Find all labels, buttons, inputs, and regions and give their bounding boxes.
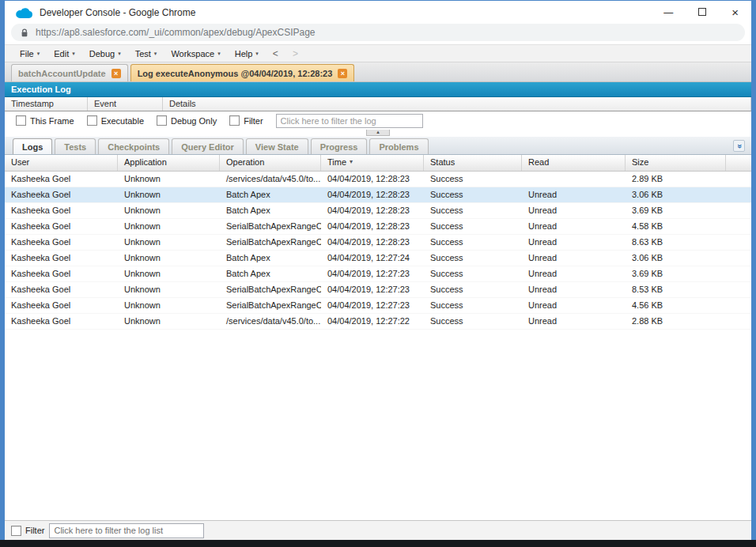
column-header-operation[interactable]: Operation <box>220 155 321 171</box>
menu-test[interactable]: Test▾ <box>128 47 164 61</box>
bottom-filter-checkbox[interactable]: Filter <box>11 526 44 536</box>
menu-bar: File▾Edit▾Debug▾Test▾Workspace▾Help▾ < > <box>5 45 751 62</box>
log-cell-application: Unknown <box>118 203 220 218</box>
log-cell-application: Unknown <box>118 251 220 266</box>
nav-forward-button[interactable]: > <box>285 48 305 59</box>
log-list-filter-input[interactable] <box>49 523 204 538</box>
log-row[interactable]: Kasheeka GoelUnknownBatch Apex04/04/2019… <box>5 187 751 203</box>
log-row[interactable]: Kasheeka GoelUnknownBatch Apex04/04/2019… <box>5 251 751 266</box>
window-title: Developer Console - Google Chrome <box>40 7 663 18</box>
log-cell-size: 8.63 KB <box>626 235 726 250</box>
workspace-tab-label: batchAccountUpdate <box>18 69 106 78</box>
tab-logs[interactable]: Logs <box>13 138 52 154</box>
menu-workspace[interactable]: Workspace▾ <box>164 47 227 61</box>
tab-problems[interactable]: Problems <box>369 138 428 154</box>
log-cell-time: 04/04/2019, 12:27:23 <box>321 282 424 297</box>
log-row[interactable]: Kasheeka GoelUnknownSerialBatchApexRange… <box>5 235 751 251</box>
log-cell-read: Unread <box>522 251 626 266</box>
close-tab-icon[interactable]: × <box>112 69 121 78</box>
column-header-details[interactable]: Details <box>163 97 751 111</box>
tab-checkpoints[interactable]: Checkpoints <box>98 138 169 154</box>
column-header-status[interactable]: Status <box>424 155 522 171</box>
panel-collapse-handle[interactable]: ▴ <box>366 130 390 136</box>
column-header-application[interactable]: Application <box>118 155 220 171</box>
filter-checkbox-this-frame[interactable]: This Frame <box>16 115 74 126</box>
log-cell-size: 3.06 KB <box>626 187 726 202</box>
close-button[interactable]: × <box>731 6 739 18</box>
chevron-up-icon: ▴ <box>376 129 380 134</box>
nav-back-button[interactable]: < <box>266 48 285 59</box>
checkbox-icon[interactable] <box>11 526 21 536</box>
log-cell-size: 4.56 KB <box>626 298 726 313</box>
url-text: https://ap8.salesforce.com/_ui/common/ap… <box>36 27 316 38</box>
log-row[interactable]: Kasheeka GoelUnknown/services/data/v45.0… <box>5 314 751 330</box>
log-cell-status: Success <box>424 172 522 187</box>
column-label: User <box>11 157 29 171</box>
execution-log-title: Execution Log <box>11 85 71 94</box>
window-bottom-shadow <box>0 540 756 547</box>
log-cell-operation: /services/data/v45.0/to... <box>220 314 321 329</box>
menu-debug[interactable]: Debug▾ <box>82 47 128 61</box>
menu-bar-items: File▾Edit▾Debug▾Test▾Workspace▾Help▾ <box>13 47 266 61</box>
tab-progress[interactable]: Progress <box>311 138 368 154</box>
log-cell-read: Unread <box>522 298 626 313</box>
tab-label: Problems <box>379 142 418 152</box>
filter-checkbox-executable[interactable]: Executable <box>87 115 144 126</box>
collapse-panel-button[interactable]: » <box>733 140 745 152</box>
tab-label: Checkpoints <box>108 142 160 152</box>
filter-checkbox-debug-only[interactable]: Debug Only <box>157 115 217 126</box>
log-cell-operation: Batch Apex <box>220 203 321 218</box>
column-header-read[interactable]: Read <box>522 155 626 171</box>
log-row[interactable]: Kasheeka GoelUnknownBatch Apex04/04/2019… <box>5 266 751 282</box>
log-cell-status: Success <box>424 314 522 329</box>
checkbox-icon[interactable] <box>16 115 26 126</box>
column-label: Size <box>632 157 648 171</box>
address-field[interactable]: https://ap8.salesforce.com/_ui/common/ap… <box>11 24 745 41</box>
log-filter-input[interactable] <box>276 114 423 128</box>
checkbox-icon[interactable] <box>87 115 97 126</box>
log-cell-application: Unknown <box>118 314 220 329</box>
workspace-tab-log-executeanonymous-04-04-201[interactable]: Log executeAnonymous @04/04/2019, 12:28:… <box>130 64 355 81</box>
filter-checkbox-filter[interactable]: Filter <box>229 115 263 126</box>
log-table-header: UserApplicationOperationTime▾StatusReadS… <box>5 155 751 172</box>
checkbox-icon[interactable] <box>229 115 240 126</box>
log-cell-spacer <box>726 187 751 202</box>
column-label: Read <box>528 157 549 171</box>
tab-label: View State <box>255 142 299 152</box>
log-row[interactable]: Kasheeka GoelUnknownSerialBatchApexRange… <box>5 282 751 298</box>
tab-query-editor[interactable]: Query Editor <box>172 138 244 154</box>
log-cell-read: Unread <box>522 187 626 202</box>
log-row[interactable]: Kasheeka GoelUnknownBatch Apex04/04/2019… <box>5 203 751 219</box>
menu-help[interactable]: Help▾ <box>228 47 266 61</box>
bottom-filter-label: Filter <box>25 526 44 535</box>
log-filter-row: This FrameExecutableDebug OnlyFilter <box>5 111 751 130</box>
column-header-event[interactable]: Event <box>88 97 163 111</box>
log-cell-operation: SerialBatchApexRangeC... <box>220 282 321 297</box>
column-header-size[interactable]: Size <box>626 155 726 171</box>
log-row[interactable]: Kasheeka GoelUnknownSerialBatchApexRange… <box>5 219 751 235</box>
workspace-tab-batchaccountupdate[interactable]: batchAccountUpdate× <box>11 64 128 81</box>
menu-edit[interactable]: Edit▾ <box>47 47 81 61</box>
checkbox-label: Executable <box>101 116 144 126</box>
log-cell-operation: SerialBatchApexRangeC... <box>220 219 321 234</box>
close-tab-icon[interactable]: × <box>338 69 347 78</box>
tab-view-state[interactable]: View State <box>246 138 308 154</box>
column-header-time[interactable]: Time▾ <box>321 155 424 171</box>
menu-file[interactable]: File▾ <box>13 47 47 61</box>
log-filter-checkboxes: This FrameExecutableDebug OnlyFilter <box>16 115 263 126</box>
tab-tests[interactable]: Tests <box>55 138 96 154</box>
log-row[interactable]: Kasheeka GoelUnknownSerialBatchApexRange… <box>5 298 751 314</box>
checkbox-icon[interactable] <box>157 115 167 126</box>
log-row[interactable]: Kasheeka GoelUnknown/services/data/v45.0… <box>5 172 751 187</box>
minimize-button[interactable]: — <box>663 8 673 17</box>
menu-label: Edit <box>54 49 69 58</box>
column-header-user[interactable]: User <box>5 155 118 171</box>
log-cell-spacer <box>726 235 751 250</box>
log-cell-status: Success <box>424 219 522 234</box>
caret-down-icon: ▾ <box>154 51 157 57</box>
workspace-tab-bar: batchAccountUpdate×Log executeAnonymous … <box>5 62 751 82</box>
log-cell-spacer <box>726 298 751 313</box>
maximize-button[interactable] <box>698 8 706 17</box>
log-cell-spacer <box>726 219 751 234</box>
column-header-timestamp[interactable]: Timestamp <box>5 97 88 111</box>
